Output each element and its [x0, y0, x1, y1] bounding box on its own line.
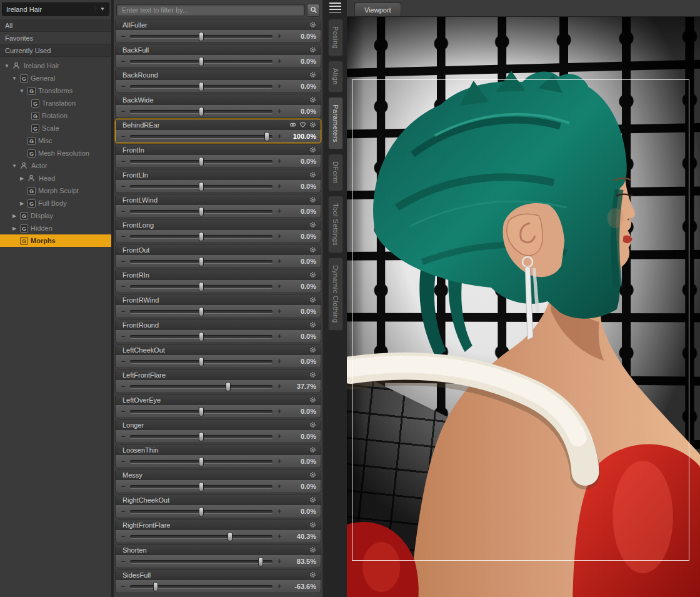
gear-icon[interactable]: [309, 496, 316, 503]
gear-icon[interactable]: [309, 446, 316, 453]
hamburger-menu-icon[interactable]: [329, 3, 341, 13]
slider-handle[interactable]: [153, 582, 158, 591]
increment-button[interactable]: +: [276, 406, 282, 417]
increment-button[interactable]: +: [276, 106, 282, 117]
slider-track[interactable]: [130, 185, 272, 188]
slider-track[interactable]: [130, 535, 272, 538]
slider-handle[interactable]: [199, 82, 204, 91]
slider-handle[interactable]: [199, 157, 204, 166]
decrement-button[interactable]: −: [120, 431, 126, 442]
increment-button[interactable]: +: [276, 281, 282, 292]
increment-button[interactable]: +: [276, 481, 282, 492]
slider-handle[interactable]: [264, 132, 269, 141]
gear-icon[interactable]: [309, 571, 316, 578]
increment-button[interactable]: +: [276, 581, 282, 592]
decrement-button[interactable]: −: [120, 231, 126, 242]
slider-handle[interactable]: [199, 332, 204, 341]
tree-item-rotation[interactable]: GRotation: [0, 109, 111, 122]
decrement-button[interactable]: −: [120, 256, 126, 267]
tree-item-misc[interactable]: GMisc: [0, 134, 111, 147]
tree-item-actor[interactable]: ▼Actor: [0, 159, 111, 172]
decrement-button[interactable]: −: [120, 556, 126, 567]
increment-button[interactable]: +: [276, 131, 282, 142]
gear-icon[interactable]: [309, 171, 316, 178]
heart-icon[interactable]: [299, 121, 306, 128]
gear-icon[interactable]: [309, 296, 316, 303]
decrement-button[interactable]: −: [120, 106, 126, 117]
gear-icon[interactable]: [309, 371, 316, 378]
slider-handle[interactable]: [199, 107, 204, 116]
decrement-button[interactable]: −: [120, 81, 126, 92]
tab-posing[interactable]: Posing: [328, 19, 343, 56]
increment-button[interactable]: +: [276, 356, 282, 367]
expanded-arrow-icon[interactable]: ▼: [11, 76, 18, 81]
slider-track[interactable]: [130, 310, 272, 313]
slider-handle[interactable]: [199, 257, 204, 266]
increment-button[interactable]: +: [276, 231, 282, 242]
gear-icon[interactable]: [309, 346, 316, 353]
search-button[interactable]: [307, 4, 320, 17]
slider-track[interactable]: [130, 85, 272, 88]
gear-icon[interactable]: [309, 46, 316, 53]
slider-handle[interactable]: [199, 307, 204, 316]
decrement-button[interactable]: −: [120, 56, 126, 67]
gear-icon[interactable]: [309, 396, 316, 403]
increment-button[interactable]: +: [276, 556, 282, 567]
decrement-button[interactable]: −: [120, 281, 126, 292]
slider-track[interactable]: [130, 585, 272, 588]
slider-track[interactable]: [130, 335, 272, 338]
decrement-button[interactable]: −: [120, 356, 126, 367]
gear-icon[interactable]: [309, 146, 316, 153]
slider-handle[interactable]: [199, 32, 204, 41]
tree-item-transforms[interactable]: ▼GTransforms: [0, 84, 111, 97]
slider-handle[interactable]: [199, 407, 204, 416]
tab-viewport[interactable]: Viewport: [354, 3, 401, 16]
sidebar-filter-favorites[interactable]: Favorites: [0, 32, 111, 44]
slider-track[interactable]: [130, 285, 272, 288]
decrement-button[interactable]: −: [120, 31, 126, 42]
increment-button[interactable]: +: [276, 256, 282, 267]
slider-handle[interactable]: [199, 182, 204, 191]
slider-handle[interactable]: [228, 532, 232, 541]
filter-input[interactable]: [116, 4, 305, 16]
tree-item-scale[interactable]: GScale: [0, 122, 111, 134]
tree-item-full-body[interactable]: ▶GFull Body: [0, 197, 111, 209]
decrement-button[interactable]: −: [120, 381, 126, 392]
node-selector-dropdown[interactable]: Ireland Hair ▼: [2, 3, 109, 16]
gear-icon[interactable]: [309, 221, 316, 228]
link-icon[interactable]: [289, 121, 296, 128]
gear-icon[interactable]: [309, 196, 316, 203]
increment-button[interactable]: +: [276, 456, 282, 467]
decrement-button[interactable]: −: [120, 131, 126, 142]
increment-button[interactable]: +: [276, 56, 282, 67]
increment-button[interactable]: +: [276, 206, 282, 217]
collapsed-arrow-icon[interactable]: ▶: [19, 201, 25, 206]
slider-handle[interactable]: [199, 282, 204, 291]
gear-icon[interactable]: [309, 471, 316, 478]
tree-item-general[interactable]: ▼GGeneral: [0, 72, 111, 84]
slider-handle[interactable]: [199, 57, 204, 66]
slider-handle[interactable]: [258, 557, 263, 566]
tree-item-ireland-hair[interactable]: ▼Ireland Hair: [0, 59, 111, 72]
gear-icon[interactable]: [309, 121, 316, 128]
tree-item-morph-sculpt[interactable]: GMorph Sculpt: [0, 184, 111, 197]
slider-track[interactable]: [130, 410, 272, 413]
increment-button[interactable]: +: [276, 506, 282, 517]
slider-track[interactable]: [130, 135, 272, 138]
decrement-button[interactable]: −: [120, 331, 126, 342]
slider-handle[interactable]: [199, 482, 204, 491]
slider-track[interactable]: [130, 60, 272, 63]
gear-icon[interactable]: [309, 421, 316, 428]
decrement-button[interactable]: −: [120, 206, 126, 217]
slider-track[interactable]: [130, 110, 272, 113]
slider-track[interactable]: [130, 210, 272, 213]
slider-handle[interactable]: [199, 457, 204, 466]
decrement-button[interactable]: −: [120, 481, 126, 492]
slider-handle[interactable]: [199, 232, 204, 241]
collapsed-arrow-icon[interactable]: ▶: [11, 226, 18, 231]
tab-dform[interactable]: DForm: [328, 154, 343, 191]
decrement-button[interactable]: −: [120, 181, 126, 192]
slider-track[interactable]: [130, 235, 272, 238]
slider-track[interactable]: [130, 460, 272, 463]
slider-track[interactable]: [130, 360, 272, 363]
